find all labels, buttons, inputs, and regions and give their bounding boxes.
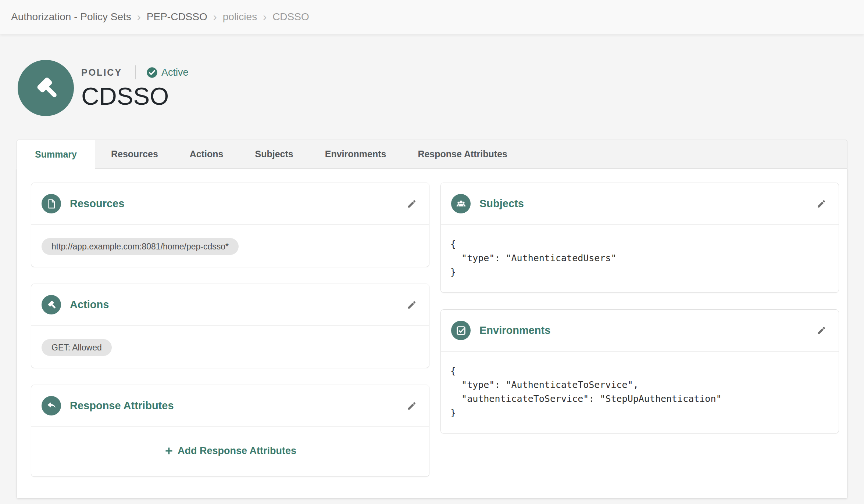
breadcrumb-item-pep-cdsso[interactable]: PEP-CDSSO — [147, 11, 207, 23]
subjects-card: Subjects { "type": "AuthenticatedUsers" … — [440, 183, 839, 293]
status-badge: Active — [146, 67, 189, 78]
edit-actions-button[interactable] — [405, 298, 419, 312]
page-title: CDSSO — [81, 83, 189, 110]
chevron-right-icon: › — [213, 11, 217, 23]
environments-card: Environments { "type": "AuthenticateToSe… — [440, 309, 839, 433]
environments-card-title: Environments — [479, 324, 550, 336]
check-circle-icon — [146, 67, 158, 78]
right-column: Subjects { "type": "AuthenticatedUsers" … — [440, 183, 839, 433]
edit-response-attributes-button[interactable] — [405, 399, 419, 413]
pencil-icon — [406, 400, 417, 411]
environments-card-header: Environments — [441, 310, 839, 352]
resources-icon-circle — [42, 194, 61, 213]
resources-card: Resources http://app.example.com:8081/ho… — [31, 183, 429, 267]
pencil-icon — [816, 198, 827, 209]
subjects-icon-circle — [451, 194, 471, 213]
response-attributes-icon-circle — [42, 396, 61, 415]
edit-environments-button[interactable] — [814, 324, 828, 338]
subjects-json: { "type": "AuthenticatedUsers" } — [441, 225, 839, 292]
check-square-icon — [455, 325, 467, 336]
response-attributes-card: Response Attributes — [31, 385, 429, 477]
plus-icon — [164, 446, 174, 456]
chevron-right-icon: › — [263, 11, 267, 23]
tab-bar: Summary Resources Actions Subjects Envir… — [17, 140, 847, 168]
gavel-icon — [46, 299, 57, 311]
breadcrumb-item-policy-sets[interactable]: Authorization - Policy Sets — [11, 11, 131, 23]
summary-panel: Resources http://app.example.com:8081/ho… — [17, 168, 847, 498]
tab-subjects[interactable]: Subjects — [239, 140, 309, 168]
file-icon — [46, 198, 57, 210]
pencil-icon — [816, 325, 827, 336]
divider — [135, 65, 136, 79]
actions-card-title: Actions — [70, 299, 109, 311]
policy-avatar — [18, 60, 74, 116]
response-attributes-card-header: Response Attributes — [31, 385, 429, 427]
actions-card-body: GET: Allowed — [31, 326, 429, 368]
actions-icon-circle — [42, 295, 61, 314]
actions-card: Actions GET: Allowed — [31, 284, 429, 368]
policy-page: POLICY Active CDSSO — [0, 60, 864, 498]
pencil-icon — [406, 299, 417, 310]
subjects-card-title: Subjects — [479, 198, 524, 210]
users-icon — [455, 198, 467, 210]
pencil-icon — [406, 198, 417, 209]
policy-type-label: POLICY — [81, 67, 122, 78]
subjects-card-header: Subjects — [441, 183, 839, 225]
status-text: Active — [161, 67, 189, 78]
tab-summary[interactable]: Summary — [17, 140, 95, 169]
tab-resources[interactable]: Resources — [95, 140, 174, 168]
edit-subjects-button[interactable] — [814, 197, 828, 211]
app-root: Authorization - Policy Sets › PEP-CDSSO … — [0, 0, 864, 498]
environments-icon-circle — [451, 321, 471, 340]
response-attributes-card-body: Add Response Attributes — [31, 427, 429, 476]
actions-card-header: Actions — [31, 284, 429, 326]
resource-pill: http://app.example.com:8081/home/pep-cds… — [42, 238, 239, 255]
edit-resources-button[interactable] — [405, 197, 419, 211]
response-attributes-card-title: Response Attributes — [70, 400, 174, 412]
reply-arrow-icon — [46, 400, 57, 412]
tab-actions[interactable]: Actions — [174, 140, 239, 168]
add-response-attributes-label: Add Response Attributes — [178, 445, 296, 457]
add-response-attributes-button[interactable]: Add Response Attributes — [164, 445, 296, 457]
gavel-icon — [31, 73, 61, 104]
policy-header: POLICY Active CDSSO — [18, 60, 847, 116]
tab-response-attributes[interactable]: Response Attributes — [402, 140, 523, 168]
breadcrumb: Authorization - Policy Sets › PEP-CDSSO … — [0, 0, 864, 34]
breadcrumb-item-current: CDSSO — [272, 11, 309, 23]
chevron-right-icon: › — [137, 11, 141, 23]
environments-json: { "type": "AuthenticateToService", "auth… — [441, 352, 839, 433]
resources-card-body: http://app.example.com:8081/home/pep-cds… — [31, 225, 429, 267]
left-column: Resources http://app.example.com:8081/ho… — [31, 183, 429, 477]
resources-card-header: Resources — [31, 183, 429, 225]
breadcrumb-item-policies[interactable]: policies — [223, 11, 257, 23]
action-pill: GET: Allowed — [42, 339, 112, 356]
policy-meta: POLICY Active CDSSO — [81, 60, 189, 116]
tab-environments[interactable]: Environments — [309, 140, 402, 168]
resources-card-title: Resources — [70, 198, 124, 210]
